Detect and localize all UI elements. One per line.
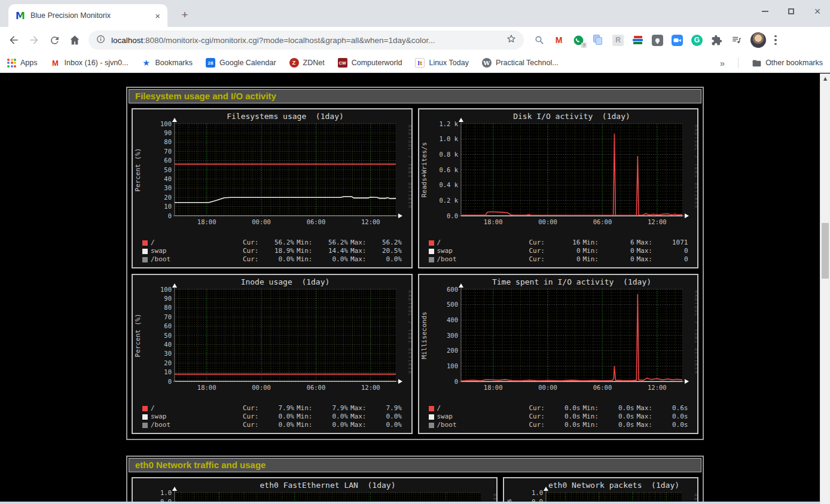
svg-text:06:00: 06:00 xyxy=(307,218,326,225)
back-button[interactable] xyxy=(4,30,24,50)
svg-text:Inode usage (1day): Inode usage (1day) xyxy=(241,277,330,286)
chart-legend: /Cur:56.2%Min:56.2%Max:56.2%swapCur:18.9… xyxy=(133,239,411,267)
extensions-row: M ? R G xyxy=(533,35,742,46)
chart-disk-io-activity[interactable]: 0.00.2 k0.4 k0.6 k0.8 k1.0 k1.2 k18:0000… xyxy=(418,108,699,268)
svg-text:RRDTOOL / TOBI OETIKER: RRDTOOL / TOBI OETIKER xyxy=(407,125,411,209)
bookmark-inbox[interactable]: M Inbox (16) - sjvn0... xyxy=(51,58,129,68)
svg-text:0.6 k: 0.6 k xyxy=(439,166,458,173)
search-extension-icon[interactable] xyxy=(533,35,545,46)
gmail-extension-icon[interactable]: M xyxy=(553,35,564,46)
legend-stat-label: Max: xyxy=(637,413,657,421)
voice-extension-icon[interactable]: ? xyxy=(573,35,584,46)
bookmark-google-calendar[interactable]: 28 Google Calendar xyxy=(206,58,276,68)
svg-text:100: 100 xyxy=(160,120,172,127)
new-tab-button[interactable]: + xyxy=(177,7,193,23)
browser-tab[interactable]: M Blue Precision Monitorix × xyxy=(8,4,167,27)
svg-text:12:00: 12:00 xyxy=(648,218,667,225)
apps-shortcut[interactable]: Apps xyxy=(7,59,38,68)
svg-text:0.8 k: 0.8 k xyxy=(439,151,458,158)
browser-menu-icon[interactable] xyxy=(774,35,777,45)
profile-avatar[interactable] xyxy=(750,32,766,48)
svg-text:Filesystems usage (1day): Filesystems usage (1day) xyxy=(227,112,344,121)
legend-series-name: / xyxy=(151,239,240,247)
legend-stat-value: 6 xyxy=(606,239,634,247)
svg-text:20: 20 xyxy=(164,194,172,201)
home-button[interactable] xyxy=(65,30,85,50)
lamp-extension-icon[interactable] xyxy=(652,35,663,46)
window-maximize-button[interactable] xyxy=(787,7,795,16)
bookmark-bookmarks[interactable]: ★ Bookmarks xyxy=(142,58,193,68)
legend-swatch-icon xyxy=(142,423,148,428)
legend-stat-label: Cur: xyxy=(243,255,263,264)
legend-row: /bootCur:0Min:0Max:0 xyxy=(429,255,698,264)
r-extension-icon[interactable]: R xyxy=(612,35,624,46)
chart-eth0-lan[interactable]: 0.00.10.20.30.40.50.60.70.80.91.018:0000… xyxy=(132,477,498,504)
svg-text:10: 10 xyxy=(164,203,172,210)
legend-stat-label: Min: xyxy=(297,421,317,429)
grammarly-extension-icon[interactable]: G xyxy=(691,35,703,46)
books-extension-icon[interactable] xyxy=(632,35,643,46)
tab-close-icon[interactable]: × xyxy=(152,11,163,21)
bookmark-linux-today[interactable]: lt Linux Today xyxy=(415,58,469,68)
browser-window: M Blue Precision Monitorix × + × loca xyxy=(0,0,830,504)
svg-text:200: 200 xyxy=(447,347,458,354)
scrollbar-thumb[interactable] xyxy=(822,223,829,279)
legend-row: /Cur:0.0sMin:0.0sMax:0.6s xyxy=(429,404,698,413)
window-minimize-button[interactable] xyxy=(761,7,769,16)
legend-row: /bootCur:0.0%Min:0.0%Max:0.0% xyxy=(142,421,411,429)
svg-text:300: 300 xyxy=(447,332,458,339)
playlist-extension-icon[interactable] xyxy=(731,35,742,46)
svg-text:00:00: 00:00 xyxy=(538,218,557,225)
svg-text:18:00: 18:00 xyxy=(197,218,216,225)
reload-button[interactable] xyxy=(44,30,65,50)
puzzle-extensions-icon[interactable] xyxy=(711,35,722,46)
svg-text:0.2 k: 0.2 k xyxy=(439,197,458,204)
legend-row: swapCur:18.9%Min:14.4%Max:20.5% xyxy=(142,247,411,255)
svg-text:06:00: 06:00 xyxy=(307,384,326,391)
legend-stat-label: Min: xyxy=(297,404,317,413)
zoom-camera-extension-icon[interactable] xyxy=(672,35,683,46)
legend-stat-label: Cur: xyxy=(243,413,263,421)
legend-stat-value: 16 xyxy=(552,239,581,247)
bookmark-label: Linux Today xyxy=(429,59,469,67)
svg-text:Time spent in I/O activity (1: Time spent in I/O activity (1day) xyxy=(492,277,651,286)
legend-series-name: swap xyxy=(151,247,240,255)
other-bookmarks[interactable]: Other bookmarks xyxy=(752,58,823,68)
bookmarks-overflow-chevron[interactable]: » xyxy=(720,58,725,68)
bookmark-practical-technology[interactable]: W Practical Technol... xyxy=(482,58,559,68)
svg-text:06:00: 06:00 xyxy=(593,218,612,225)
window-controls: × xyxy=(761,5,822,18)
chart-inode-usage[interactable]: 010203040506070809010018:0000:0006:0012:… xyxy=(132,274,413,434)
svg-text:60: 60 xyxy=(164,157,172,164)
forward-button[interactable] xyxy=(24,30,44,50)
url-text[interactable]: localhost:8080/monitorix-cgi/monitorix.c… xyxy=(111,36,501,45)
window-close-button[interactable]: × xyxy=(813,7,822,16)
svg-text:400: 400 xyxy=(447,316,458,323)
chart-eth0-packets[interactable]: 0.00.10.20.30.40.50.60.70.80.91.018:0000… xyxy=(503,477,698,504)
browser-toolbar: localhost:8080/monitorix-cgi/monitorix.c… xyxy=(0,27,830,53)
window-bottom-edge xyxy=(0,502,820,504)
chart-time-in-io[interactable]: 010020030040050060018:0000:0006:0012:00M… xyxy=(418,274,699,434)
scrollbar-up-arrow-icon[interactable]: ▲ xyxy=(820,76,830,81)
chart-filesystems-usage[interactable]: 010203040506070809010018:0000:0006:0012:… xyxy=(132,108,413,268)
svg-text:70: 70 xyxy=(164,148,172,155)
svg-text:90: 90 xyxy=(164,295,172,302)
vertical-scrollbar[interactable]: ▲ xyxy=(820,74,830,504)
legend-stat-label: Min: xyxy=(583,421,603,429)
bookmark-computerworld[interactable]: CW Computerworld xyxy=(338,58,402,68)
legend-series-name: swap xyxy=(437,247,527,255)
legend-stat-label: Max: xyxy=(637,239,657,247)
chart-legend: /Cur:16Min:6Max:1071swapCur:0Min:0Max:0/… xyxy=(419,239,698,267)
legend-stat-label: Max: xyxy=(637,255,657,264)
svg-text:eth0 FastEthernet LAN (1day): eth0 FastEthernet LAN (1day) xyxy=(260,481,396,490)
address-bar[interactable]: localhost:8080/monitorix-cgi/monitorix.c… xyxy=(89,30,524,50)
legend-stat-value: 0.0% xyxy=(319,421,348,429)
legend-swatch-icon xyxy=(429,249,434,254)
bookmark-star-icon[interactable] xyxy=(506,33,517,47)
legend-series-name: /boot xyxy=(151,255,240,264)
svg-text:18:00: 18:00 xyxy=(197,384,216,391)
legend-stat-label: Cur: xyxy=(529,404,550,413)
bookmark-zdnet[interactable]: Z ZDNet xyxy=(289,58,325,68)
page-info-icon[interactable] xyxy=(96,34,106,47)
copy-pages-extension-icon[interactable] xyxy=(593,35,604,46)
